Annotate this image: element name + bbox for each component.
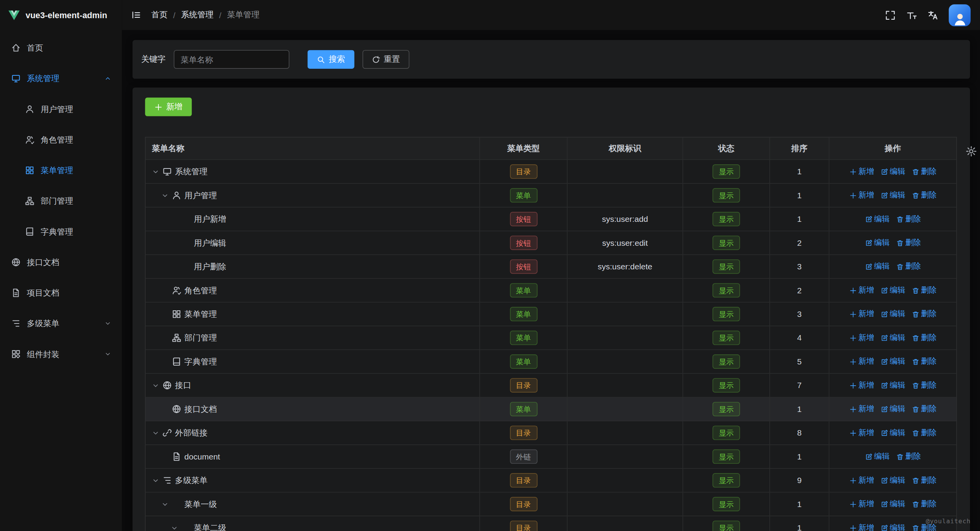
delete-link[interactable]: 删除 (912, 404, 937, 414)
expand-arrow-icon[interactable] (171, 524, 181, 531)
expand-arrow-icon[interactable] (161, 500, 172, 508)
font-size-button[interactable] (906, 10, 917, 20)
sidebar-item-dept[interactable]: 部门管理 (0, 186, 122, 216)
expand-arrow-icon[interactable] (152, 429, 162, 436)
delete-icon (912, 334, 919, 341)
delete-link[interactable]: 删除 (912, 475, 937, 485)
search-button[interactable]: 搜索 (308, 50, 354, 69)
delete-link[interactable]: 删除 (912, 380, 937, 390)
add-link[interactable]: 新增 (849, 475, 874, 485)
edit-link-label: 编辑 (890, 522, 905, 531)
edit-link[interactable]: 编辑 (880, 309, 905, 319)
add-button[interactable]: 新增 (145, 97, 192, 116)
edit-link[interactable]: 编辑 (880, 475, 905, 485)
add-link[interactable]: 新增 (849, 356, 874, 367)
expand-arrow-icon[interactable] (152, 168, 162, 175)
delete-link[interactable]: 删除 (912, 427, 937, 438)
cell-status: 显示 (683, 326, 770, 350)
tag-success: 显示 (713, 188, 740, 203)
delete-link[interactable]: 删除 (896, 451, 921, 462)
delete-link[interactable]: 删除 (912, 356, 937, 367)
cell-menu-type: 菜单 (480, 350, 567, 374)
cell-status: 显示 (683, 350, 770, 374)
edit-link[interactable]: 编辑 (880, 190, 905, 201)
reset-button-label: 重置 (384, 54, 400, 65)
add-link[interactable]: 新增 (849, 522, 874, 531)
edit-link[interactable]: 编辑 (865, 214, 890, 224)
system-icon (163, 167, 175, 176)
sidebar-item-home[interactable]: 首页 (0, 32, 122, 63)
add-link[interactable]: 新增 (849, 380, 874, 390)
edit-link[interactable]: 编辑 (880, 166, 905, 177)
settings-button[interactable] (966, 146, 977, 157)
table-row: document外链显示1编辑删除 (146, 445, 956, 469)
sidebar-item-menu[interactable]: 菜单管理 (0, 155, 122, 186)
add-link-label: 新增 (858, 356, 874, 367)
delete-link[interactable]: 删除 (896, 238, 921, 248)
tag-warning: 目录 (510, 497, 537, 511)
edit-link-label: 编辑 (890, 427, 905, 438)
cell-sort: 2 (770, 231, 830, 255)
edit-link-label: 编辑 (890, 380, 905, 390)
edit-link[interactable]: 编辑 (865, 261, 890, 272)
delete-link[interactable]: 删除 (912, 309, 937, 319)
sidebar-item-dict[interactable]: 字典管理 (0, 216, 122, 247)
edit-link[interactable]: 编辑 (865, 451, 890, 462)
user-avatar[interactable] (949, 4, 971, 26)
edit-link[interactable]: 编辑 (880, 285, 905, 296)
sidebar-item-label: 字典管理 (41, 226, 73, 237)
sidebar-item-multi-level[interactable]: 多级菜单 (0, 308, 122, 339)
add-link[interactable]: 新增 (849, 427, 874, 438)
add-link[interactable]: 新增 (849, 190, 874, 201)
table-row: 角色管理菜单显示2新增编辑删除 (146, 279, 956, 302)
table-row: 系统管理目录显示1新增编辑删除 (146, 160, 956, 184)
sidebar-item-api-docs[interactable]: 接口文档 (0, 247, 122, 277)
add-link[interactable]: 新增 (849, 499, 874, 509)
sidebar-item-user[interactable]: 用户管理 (0, 94, 122, 124)
main-area: 首页/系统管理/菜单管理 关键字 搜索 重置 (122, 0, 980, 531)
delete-link[interactable]: 删除 (912, 190, 937, 201)
add-link[interactable]: 新增 (849, 332, 874, 343)
keyword-input[interactable] (174, 50, 289, 69)
expand-arrow-icon[interactable] (152, 477, 162, 484)
expand-arrow-icon[interactable] (161, 192, 172, 199)
reset-button[interactable]: 重置 (362, 50, 409, 69)
delete-link[interactable]: 删除 (912, 499, 937, 509)
add-link[interactable]: 新增 (849, 166, 874, 177)
sidebar-item-components[interactable]: 组件封装 (0, 339, 122, 369)
cell-menu-name: 多级菜单 (146, 469, 480, 492)
edit-link[interactable]: 编辑 (880, 332, 905, 343)
sidebar-item-label: 菜单管理 (41, 165, 73, 176)
add-link[interactable]: 新增 (849, 285, 874, 296)
system-icon (10, 74, 20, 83)
delete-link[interactable]: 删除 (912, 166, 937, 177)
sidebar-item-system[interactable]: 系统管理 (0, 63, 122, 94)
breadcrumb-item[interactable]: 首页 (151, 9, 167, 20)
fullscreen-button[interactable] (885, 10, 895, 20)
breadcrumb-item[interactable]: 系统管理 (181, 9, 213, 20)
delete-link[interactable]: 删除 (912, 332, 937, 343)
tag-warning: 目录 (510, 425, 537, 440)
edit-link[interactable]: 编辑 (880, 356, 905, 367)
add-link[interactable]: 新增 (849, 404, 874, 414)
edit-link[interactable]: 编辑 (880, 427, 905, 438)
menu-name: 用户新增 (194, 213, 226, 225)
add-link[interactable]: 新增 (849, 309, 874, 319)
delete-link[interactable]: 删除 (896, 214, 921, 224)
delete-link[interactable]: 删除 (896, 261, 921, 272)
edit-link[interactable]: 编辑 (880, 404, 905, 414)
cell-menu-name: 用户管理 (146, 184, 480, 208)
edit-link[interactable]: 编辑 (865, 238, 890, 248)
edit-link[interactable]: 编辑 (880, 499, 905, 509)
expand-arrow-icon[interactable] (152, 381, 162, 389)
delete-icon (912, 405, 919, 413)
delete-link[interactable]: 删除 (912, 285, 937, 296)
sidebar-collapse-button[interactable] (131, 10, 141, 20)
sidebar-item-role[interactable]: 角色管理 (0, 124, 122, 155)
translate-button[interactable] (927, 10, 938, 20)
edit-link[interactable]: 编辑 (880, 380, 905, 390)
avatar-person-icon (952, 11, 967, 26)
edit-link[interactable]: 编辑 (880, 522, 905, 531)
sidebar-item-project-docs[interactable]: 项目文档 (0, 277, 122, 308)
app-logo[interactable]: vue3-element-admin (0, 0, 122, 30)
